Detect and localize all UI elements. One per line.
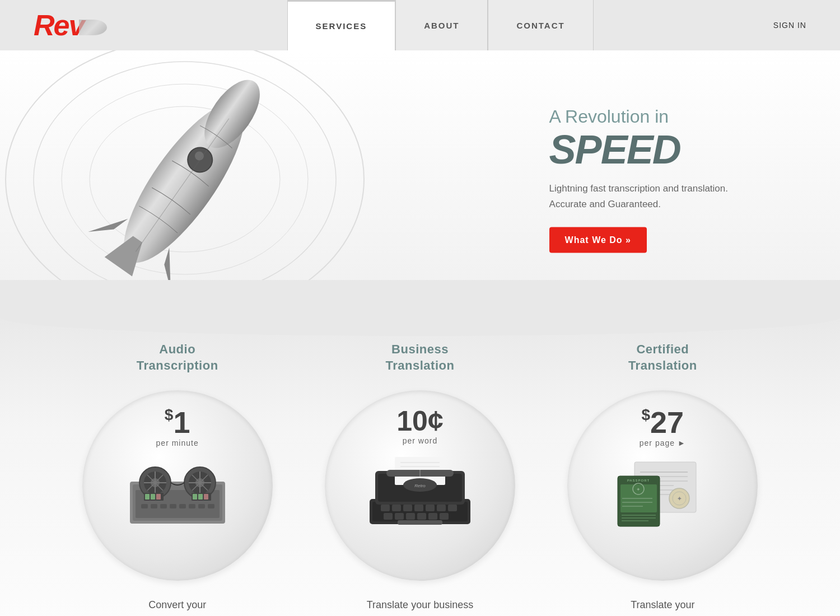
svg-rect-61 <box>417 513 426 520</box>
svg-rect-55 <box>426 505 435 511</box>
svg-rect-41 <box>204 494 208 500</box>
hero-description: Lightning fast transcription and transla… <box>549 181 728 211</box>
hero-content: A Revolution in SPEED Lightning fast tra… <box>549 106 728 253</box>
service-certified-icon: ✦ ✦ <box>606 456 718 529</box>
hero-title: SPEED <box>549 129 728 170</box>
service-certified-price: $27 <box>641 407 684 437</box>
svg-rect-52 <box>392 505 401 511</box>
svg-text:✦: ✦ <box>677 496 682 502</box>
svg-rect-51 <box>381 505 390 511</box>
nav-contact[interactable]: CONTACT <box>488 0 593 50</box>
hero-cta-button[interactable]: What We Do » <box>549 227 647 253</box>
service-audio-icon <box>122 456 234 529</box>
main-nav: SERVICES ABOUT CONTACT <box>287 0 594 50</box>
hero-background <box>0 50 370 308</box>
hero-subtitle: A Revolution in <box>549 106 728 127</box>
service-audio-description: Convert youraudio to text <box>148 598 206 616</box>
svg-rect-62 <box>428 513 437 520</box>
service-audio-unit: per minute <box>156 438 199 447</box>
services-section: AudioTranscription $1 per minute <box>0 308 840 616</box>
service-audio-transcription: AudioTranscription $1 per minute <box>56 342 298 616</box>
service-certified-circle: $27 per page ► <box>567 390 758 581</box>
service-certified-title: CertifiedTranslation <box>628 342 697 374</box>
svg-rect-54 <box>414 505 423 511</box>
svg-text:PASSPORT: PASSPORT <box>627 479 650 482</box>
svg-rect-64 <box>398 520 442 525</box>
svg-rect-56 <box>437 505 446 511</box>
svg-rect-37 <box>156 494 161 500</box>
service-certified-unit: per page ► <box>640 438 686 447</box>
header: Rev SERVICES ABOUT CONTACT SIGN IN <box>0 0 840 50</box>
svg-rect-29 <box>170 504 176 508</box>
svg-rect-58 <box>384 513 393 520</box>
service-audio-price: $1 <box>165 407 190 437</box>
svg-rect-27 <box>151 504 157 508</box>
svg-rect-57 <box>448 505 457 511</box>
nav-about[interactable]: ABOUT <box>395 0 488 50</box>
sign-in-link[interactable]: SIGN IN <box>773 21 806 30</box>
svg-rect-28 <box>160 504 167 508</box>
service-certified-translation: CertifiedTranslation $27 per page ► <box>542 342 784 616</box>
svg-rect-30 <box>179 504 186 508</box>
service-business-translation: BusinessTranslation 10¢ per word <box>298 342 541 616</box>
service-business-circle: 10¢ per word <box>325 390 515 581</box>
service-business-description: Translate your businessdocuments <box>367 598 473 616</box>
svg-rect-39 <box>193 494 197 500</box>
svg-text:Retro: Retro <box>414 483 426 488</box>
logo-swoosh <box>79 20 107 35</box>
svg-rect-36 <box>151 494 155 500</box>
svg-rect-53 <box>403 505 412 511</box>
svg-rect-63 <box>440 513 449 520</box>
hero-section: A Revolution in SPEED Lightning fast tra… <box>0 50 840 308</box>
services-grid: AudioTranscription $1 per minute <box>0 342 840 616</box>
svg-rect-35 <box>145 494 150 500</box>
logo[interactable]: Rev <box>34 11 107 40</box>
service-business-unit: per word <box>403 436 437 445</box>
svg-rect-59 <box>395 513 404 520</box>
svg-rect-33 <box>208 504 214 508</box>
service-audio-circle: $1 per minute <box>82 390 273 581</box>
svg-rect-26 <box>141 504 148 508</box>
svg-rect-31 <box>189 504 195 508</box>
service-audio-title: AudioTranscription <box>137 342 218 374</box>
svg-rect-60 <box>406 513 415 520</box>
logo-text: Rev <box>34 11 83 40</box>
service-business-price: 10¢ <box>396 407 443 435</box>
svg-rect-40 <box>198 494 203 500</box>
nav-services[interactable]: SERVICES <box>287 0 396 50</box>
service-business-icon: Retro <box>364 454 476 527</box>
svg-rect-32 <box>198 504 205 508</box>
svg-text:✦: ✦ <box>636 487 641 492</box>
service-certified-description: Translate yourimmigration documents <box>610 598 715 616</box>
service-business-title: BusinessTranslation <box>386 342 455 374</box>
